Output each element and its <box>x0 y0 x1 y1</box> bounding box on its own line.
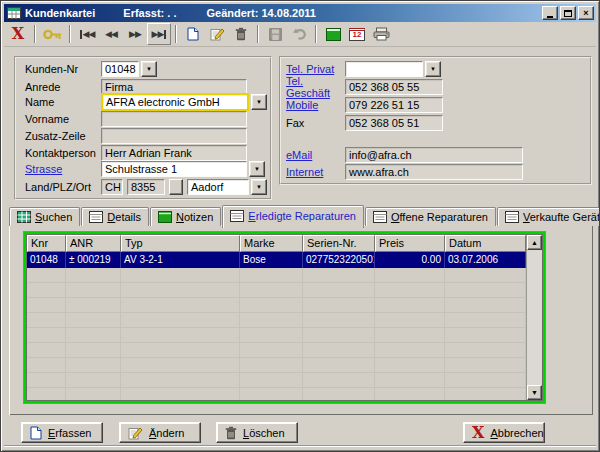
cell-anr: ± 000219 <box>66 252 121 268</box>
calendar-button[interactable]: 12 <box>345 23 369 45</box>
bottom-divider <box>4 445 596 447</box>
column-header-typ[interactable]: Typ <box>121 235 240 252</box>
tab-erledigte-reparaturen[interactable]: Erledigte Reparaturen <box>222 205 364 228</box>
grid-scrollbar[interactable]: ▲ ▼ <box>526 235 542 400</box>
name-dropdown-button[interactable]: ▼ <box>251 94 267 110</box>
table-row-selected[interactable]: 01048± 000219AV 3-2-1Bose027752322050155… <box>27 252 526 268</box>
tab-verkaufte-geräte[interactable]: Verkaufte Geräte <box>497 207 600 226</box>
chevron-down-icon: ▼ <box>146 66 152 72</box>
empty-cell <box>240 358 303 372</box>
tel-privat-dropdown-button[interactable]: ▼ <box>425 61 441 77</box>
email-link[interactable]: eMail <box>286 149 345 161</box>
toolbar: X◀◀◀◀▶▶▶▶12 <box>4 22 596 47</box>
grid-highlight-border: KnrANRTypMarkeSerien-Nr.PreisDatum 01048… <box>24 232 545 403</box>
cell-serien_nr: 027752322050155AZ <box>303 252 375 268</box>
aendern-button[interactable]: Ändern <box>119 422 201 443</box>
internet-link[interactable]: Internet <box>286 166 345 178</box>
maximize-button[interactable] <box>560 6 576 20</box>
empty-cell <box>27 298 66 312</box>
strasse-dropdown-button[interactable]: ▼ <box>249 161 265 177</box>
tab-label: Erledigte Reparaturen <box>248 210 356 222</box>
empty-cell <box>66 328 121 342</box>
ort-dropdown-button[interactable]: ▼ <box>251 179 267 195</box>
column-header-preis[interactable]: Preis <box>375 235 445 252</box>
minimize-icon <box>547 16 553 18</box>
empty-cell <box>303 358 375 372</box>
empty-cell <box>240 328 303 342</box>
empty-cell <box>27 313 66 327</box>
kunden-nr-field[interactable]: 01048 <box>101 61 139 77</box>
nav-prev-icon: ◀◀ <box>105 29 117 39</box>
print-button[interactable] <box>369 23 393 45</box>
tab-offene-reparaturen[interactable]: Offene Reparaturen <box>365 207 496 226</box>
name-field[interactable]: AFRA electronic GmbH <box>101 93 249 111</box>
page-icon <box>373 211 387 223</box>
kontaktperson-field: Herr Adrian Frank <box>101 145 247 161</box>
exit-button[interactable]: X <box>6 23 30 45</box>
minimize-button[interactable] <box>542 6 558 20</box>
empty-cell <box>27 343 66 357</box>
tel-geschaeft-link[interactable]: Tel. Geschäft <box>286 75 345 99</box>
last-record-button[interactable]: ▶▶ <box>147 23 171 45</box>
edit-record-button[interactable] <box>205 23 229 45</box>
exit-icon: X <box>472 425 484 441</box>
first-record-button[interactable]: ◀◀ <box>75 23 99 45</box>
empty-cell <box>445 358 526 372</box>
save-button[interactable] <box>263 23 287 45</box>
cell-typ: AV 3-2-1 <box>121 252 240 268</box>
chevron-down-icon: ▼ <box>256 99 262 105</box>
delete-record-button[interactable] <box>229 23 253 45</box>
tab-label: Suchen <box>35 211 72 223</box>
mobile-link[interactable]: Mobile <box>286 99 345 111</box>
empty-cell <box>375 343 445 357</box>
empty-row <box>27 373 526 388</box>
new-record-button[interactable] <box>181 23 205 45</box>
tab-notizen[interactable]: Notizen <box>150 207 221 226</box>
empty-row <box>27 283 526 298</box>
column-header-datum[interactable]: Datum <box>445 235 526 252</box>
app-icon <box>7 7 21 19</box>
empty-cell <box>66 268 121 282</box>
tab-suchen[interactable]: Suchen <box>9 207 80 226</box>
empty-cell <box>303 328 375 342</box>
undo-button[interactable] <box>287 23 311 45</box>
erfassen-button[interactable]: Erfassen <box>21 422 103 443</box>
empty-cell <box>121 358 240 372</box>
kunden-nr-dropdown-button[interactable]: ▼ <box>141 61 157 77</box>
column-header-knr[interactable]: Knr <box>27 235 66 252</box>
scroll-down-button[interactable]: ▼ <box>527 385 542 400</box>
scroll-up-button[interactable]: ▲ <box>527 235 542 250</box>
tel-privat-field[interactable] <box>345 61 423 77</box>
empty-cell <box>121 283 240 297</box>
empty-cell <box>27 328 66 342</box>
scroll-up-icon: ▲ <box>531 239 538 246</box>
empty-cell <box>66 283 121 297</box>
grid-icon <box>17 211 31 223</box>
chevron-down-icon: ▼ <box>254 166 260 172</box>
next-record-button[interactable]: ▶▶ <box>123 23 147 45</box>
strasse-link[interactable]: Strasse <box>25 163 101 175</box>
key-button[interactable] <box>40 23 65 45</box>
column-header-serien_nr[interactable]: Serien-Nr. <box>303 235 375 252</box>
notes-button[interactable] <box>321 23 345 45</box>
empty-cell <box>240 283 303 297</box>
loeschen-button[interactable]: Löschen <box>216 422 298 443</box>
geaendert-label: Geändert: 14.08.2011 <box>206 7 315 19</box>
key-icon <box>43 28 62 41</box>
tab-details[interactable]: Details <box>81 207 149 226</box>
plz-field: 8355 <box>127 179 165 195</box>
page-icon <box>89 211 103 223</box>
close-button[interactable]: × <box>578 6 594 20</box>
prev-record-button[interactable]: ◀◀ <box>99 23 123 45</box>
ort-field[interactable]: Aadorf <box>187 179 249 195</box>
mobile-field: 079 226 51 15 <box>345 97 443 113</box>
column-header-marke[interactable]: Marke <box>240 235 303 252</box>
tab-label: Details <box>107 211 141 223</box>
column-header-anr[interactable]: ANR <box>66 235 121 252</box>
tel-privat-link[interactable]: Tel. Privat <box>286 63 345 75</box>
abbrechen-button[interactable]: X Abbrechen <box>463 422 545 443</box>
strasse-field[interactable]: Schulstrasse 1 <box>101 161 247 177</box>
plz-lookup-button[interactable] <box>169 179 183 195</box>
empty-cell <box>375 328 445 342</box>
empty-cell <box>445 298 526 312</box>
